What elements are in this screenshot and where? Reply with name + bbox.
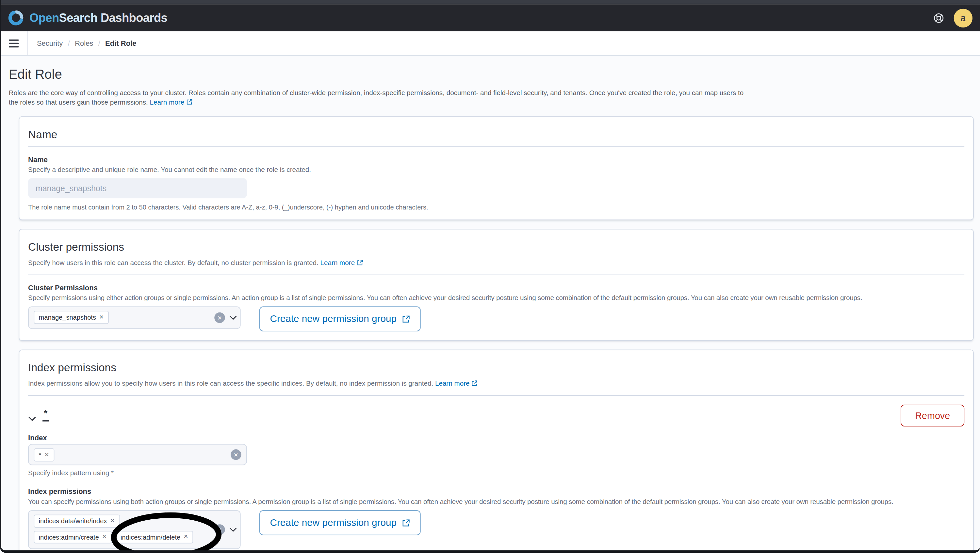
index-combobox[interactable]: * — [28, 444, 247, 465]
breadcrumb-bar: Security / Roles / Edit Role — [0, 31, 980, 56]
divider — [28, 147, 964, 147]
page-description: Roles are the core way of controlling ac… — [9, 88, 752, 108]
breadcrumb: Security / Roles / Edit Role — [37, 31, 137, 55]
breadcrumb-separator: / — [98, 40, 100, 47]
nav-actions: a — [933, 8, 973, 27]
app-title: OpenSearchDashboards — [29, 11, 167, 24]
cluster-panel-title: Cluster permissions — [28, 241, 964, 254]
name-field-label: Name — [28, 156, 964, 163]
chevron-down-icon — [28, 415, 36, 421]
create-permission-group-button[interactable]: Create new permission group — [259, 307, 421, 332]
window-top-edge — [0, 0, 980, 4]
name-field-hint: The role name must contain from 2 to 50 … — [28, 203, 964, 211]
breadcrumb-security[interactable]: Security — [37, 40, 63, 47]
index-permissions-label: Index permissions — [28, 488, 964, 495]
external-link-icon — [471, 380, 477, 387]
tag-remove-icon[interactable] — [110, 518, 115, 524]
permission-tag-circled: indices:admin/delete — [116, 531, 193, 543]
divider — [27, 31, 28, 55]
tag-remove-icon[interactable] — [45, 452, 49, 457]
name-field-help: Specify a descriptive and unique role na… — [28, 166, 964, 173]
clear-selection-icon[interactable] — [231, 449, 242, 460]
clear-selection-icon[interactable] — [214, 312, 225, 323]
breadcrumb-current: Edit Role — [105, 40, 136, 47]
index-field-help: Specify index pattern using * — [28, 469, 964, 477]
external-link-icon — [402, 315, 410, 323]
cluster-panel-description: Specify how users in this role can acces… — [28, 259, 964, 267]
index-permissions-panel: Index permissions Index permissions allo… — [19, 350, 974, 553]
cluster-permissions-help: Specify permissions using either action … — [28, 294, 964, 301]
tag-remove-icon[interactable] — [184, 534, 188, 540]
index-panel-title: Index permissions — [28, 362, 964, 375]
role-name-input — [28, 178, 247, 198]
cluster-permissions-panel: Cluster permissions Specify how users in… — [19, 229, 974, 341]
permission-tag: indices:admin/create — [33, 531, 112, 543]
learn-more-link[interactable]: Learn more — [435, 379, 478, 387]
breadcrumb-roles[interactable]: Roles — [75, 40, 93, 47]
divider — [28, 274, 964, 275]
chevron-down-icon[interactable] — [229, 315, 237, 320]
tag-remove-icon[interactable] — [102, 534, 107, 540]
avatar[interactable]: a — [954, 8, 972, 27]
create-permission-group-button[interactable]: Create new permission group — [259, 510, 421, 535]
name-panel: Name Name Specify a descriptive and uniq… — [19, 116, 974, 220]
index-permission-accordion: * Remove — [28, 405, 964, 427]
opensearch-logo[interactable]: OpenSearchDashboards — [8, 10, 167, 27]
cluster-permissions-combobox[interactable]: manage_snapshots — [28, 307, 241, 329]
clear-selection-icon[interactable] — [214, 524, 225, 535]
app-window: OpenSearchDashboards a Security / Roles … — [0, 0, 980, 553]
page-content: Edit Role Roles are the core way of cont… — [0, 56, 980, 553]
external-link-icon — [186, 98, 192, 108]
index-permissions-help: You can specify permissions using both a… — [28, 498, 964, 505]
divider — [28, 395, 964, 396]
index-tag: * — [33, 448, 54, 461]
name-panel-title: Name — [28, 128, 964, 141]
learn-more-link[interactable]: Learn more — [150, 98, 193, 105]
index-field-label: Index — [28, 434, 964, 441]
accordion-toggle[interactable]: * — [28, 410, 49, 421]
remove-button[interactable]: Remove — [900, 405, 964, 427]
external-link-icon — [357, 260, 363, 267]
index-panel-description: Index permissions allow you to specify h… — [28, 379, 964, 387]
cluster-permissions-label: Cluster Permissions — [28, 284, 964, 292]
learn-more-link[interactable]: Learn more — [320, 259, 363, 266]
help-icon[interactable] — [933, 12, 944, 23]
top-nav: OpenSearchDashboards a — [0, 4, 980, 31]
chevron-down-icon[interactable] — [229, 527, 237, 532]
permission-tag: indices:data/write/index — [33, 515, 119, 528]
breadcrumb-separator: / — [68, 40, 70, 47]
external-link-icon — [402, 519, 410, 527]
index-permissions-combobox[interactable]: indices:data/write/index indices:admin/c… — [28, 510, 241, 549]
page-title: Edit Role — [9, 67, 980, 82]
index-pattern-link[interactable]: * — [43, 410, 49, 421]
tag-remove-icon[interactable] — [99, 314, 104, 320]
opensearch-logo-icon — [8, 10, 24, 27]
menu-icon[interactable] — [0, 31, 27, 55]
permission-tag: manage_snapshots — [33, 311, 109, 324]
